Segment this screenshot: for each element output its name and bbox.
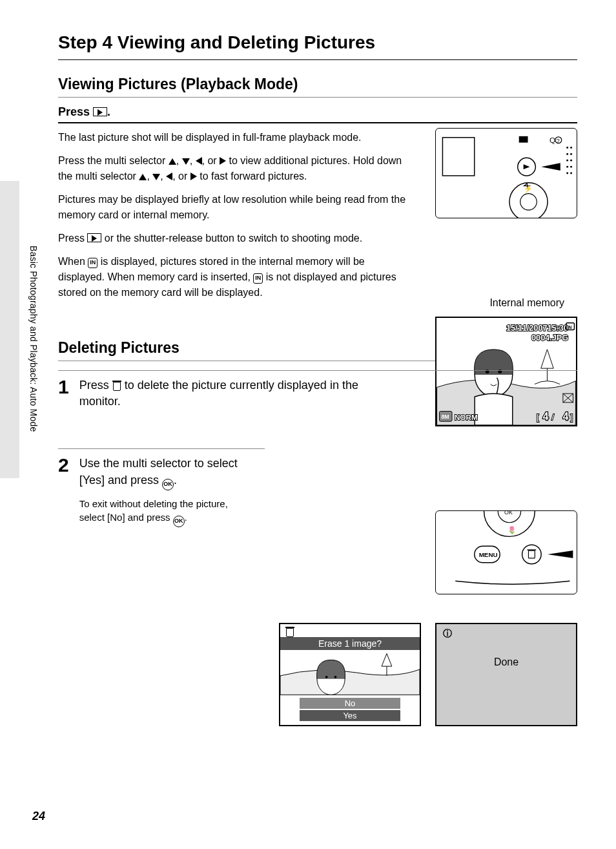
svg-text:🌷: 🌷 (508, 525, 517, 534)
svg-marker-18 (541, 163, 560, 171)
svg-text:0004.JPG: 0004.JPG (531, 333, 568, 342)
arrow-right-icon (190, 173, 197, 180)
svg-text:8M: 8M (441, 414, 449, 420)
playback-icon (93, 107, 107, 116)
svg-text:[: [ (537, 412, 539, 422)
svg-text:IN: IN (568, 325, 572, 330)
svg-rect-1 (442, 138, 474, 176)
arrow-down-icon (182, 158, 190, 165)
svg-point-11 (570, 160, 572, 162)
step-number: 2 (58, 456, 69, 527)
option-no: No (300, 698, 400, 709)
erase-prompt: Erase 1 image? (280, 637, 420, 650)
svg-text:Q: Q (549, 136, 555, 145)
paragraph: When IN is displayed, pictures stored in… (58, 254, 407, 300)
arrow-left-icon (166, 173, 172, 180)
svg-point-9 (570, 153, 572, 155)
done-screen: ⓘ Done (435, 623, 577, 726)
paragraph: The last picture shot will be displayed … (58, 130, 407, 145)
ok-button-icon: OK (173, 516, 185, 527)
internal-memory-icon: IN (253, 273, 263, 284)
svg-text:OK: OK (504, 511, 513, 516)
paragraph: Press or the shutter-release button to s… (58, 231, 407, 246)
svg-point-13 (570, 166, 572, 168)
page-title: Step 4 Viewing and Deleting Pictures (58, 32, 577, 60)
svg-point-15 (570, 173, 572, 174)
arrow-left-icon (196, 157, 202, 165)
svg-text:⚡: ⚡ (524, 184, 533, 193)
svg-text:NORM: NORM (455, 413, 478, 421)
internal-memory-icon: IN (88, 258, 98, 268)
svg-point-10 (566, 160, 568, 162)
instruction-heading: Press . (58, 105, 577, 123)
option-yes: Yes (300, 710, 400, 721)
arrow-down-icon (152, 174, 160, 180)
page-number: 24 (32, 810, 45, 823)
trash-icon (112, 381, 121, 391)
done-label: Done (436, 656, 576, 668)
svg-point-58 (334, 676, 336, 678)
side-section-label: Basic Photography and Playback: Auto Mod… (28, 246, 39, 432)
svg-text:MENU: MENU (479, 551, 498, 558)
svg-point-50 (522, 545, 542, 564)
svg-point-57 (325, 676, 328, 678)
step-number: 1 (58, 377, 69, 410)
arrow-right-icon (220, 157, 226, 165)
svg-text:15/11/2007: 15/11/2007 (506, 324, 548, 333)
svg-marker-53 (548, 550, 573, 558)
svg-point-21 (520, 194, 537, 211)
internal-memory-label: Internal memory (489, 297, 564, 309)
page-content: Step 4 Viewing and Deleting Pictures Vie… (0, 0, 616, 849)
paragraph: Press the multi selector , , , or to vie… (58, 153, 407, 184)
arrow-up-icon (169, 158, 176, 165)
svg-point-14 (566, 173, 568, 174)
step-2: 2 Use the multi selector to select [Yes]… (58, 448, 265, 527)
step-note: To exit without deleting the picture, se… (79, 497, 247, 527)
playback-icon (87, 233, 101, 242)
svg-text:4: 4 (563, 411, 569, 422)
section-heading-viewing: Viewing Pictures (Playback Mode) (58, 76, 577, 98)
svg-point-7 (570, 147, 572, 149)
step-1: 1 Press to delete the picture currently … (58, 370, 577, 410)
svg-text:/: / (551, 412, 554, 422)
svg-rect-0 (440, 132, 572, 214)
svg-point-8 (566, 153, 568, 155)
svg-point-6 (566, 147, 568, 149)
camera-back-diagram: Q ? ⚡ (435, 128, 577, 218)
svg-marker-54 (382, 654, 392, 667)
erase-confirmation-screen: Erase 1 image? No Yes (279, 623, 421, 726)
side-tab (0, 181, 19, 478)
arrow-up-icon (139, 174, 147, 180)
camera-buttons-diagram: OK 🌷 MENU (435, 510, 577, 594)
svg-marker-17 (524, 164, 530, 169)
svg-point-12 (566, 166, 568, 168)
info-icon: ⓘ (443, 628, 452, 640)
svg-rect-51 (528, 550, 535, 558)
svg-text:4: 4 (543, 411, 549, 422)
ok-button-icon: OK (162, 479, 174, 490)
paragraph: Pictures may be displayed briefly at low… (58, 192, 407, 223)
svg-rect-2 (519, 136, 528, 143)
trash-icon (285, 627, 294, 637)
svg-text:]: ] (571, 412, 573, 422)
svg-text:?: ? (557, 138, 560, 144)
svg-text:15:30: 15:30 (547, 324, 568, 333)
